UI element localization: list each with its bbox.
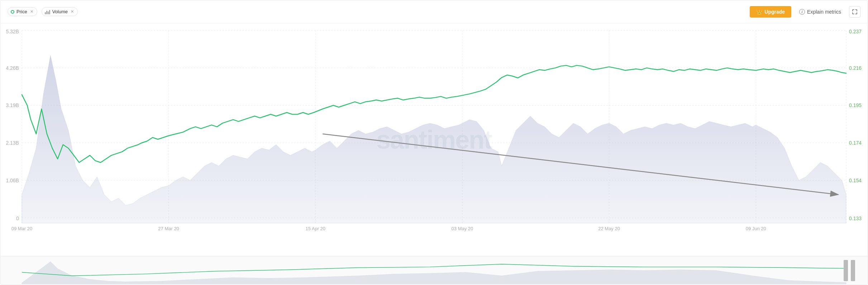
svg-text:15 Apr 20: 15 Apr 20 — [305, 226, 325, 231]
svg-rect-33 — [851, 260, 855, 281]
svg-text:22 May 20: 22 May 20 — [598, 226, 620, 231]
info-icon: i — [799, 9, 805, 15]
svg-text:0.216: 0.216 — [849, 65, 862, 71]
svg-text:4.26B: 4.26B — [6, 65, 19, 71]
svg-rect-32 — [844, 260, 848, 281]
price-metric-tag[interactable]: Price ✕ — [8, 7, 37, 16]
explain-label: Explain metrics — [807, 9, 841, 15]
svg-text:0.237: 0.237 — [849, 29, 862, 34]
toolbar-left: Price ✕ Volume ✕ — [8, 7, 78, 16]
svg-text:2.13B: 2.13B — [6, 140, 19, 146]
volume-metric-tag[interactable]: Volume ✕ — [42, 7, 78, 16]
price-dot-icon — [11, 10, 14, 14]
svg-text:5.32B: 5.32B — [6, 29, 19, 34]
price-close-icon[interactable]: ✕ — [30, 10, 33, 14]
svg-text:27 Mar 20: 27 Mar 20 — [158, 226, 179, 231]
svg-text:0.154: 0.154 — [849, 178, 862, 183]
volume-label: Volume — [52, 9, 68, 14]
explain-metrics-button[interactable]: i Explain metrics — [796, 7, 845, 17]
svg-text:09 Mar 20: 09 Mar 20 — [11, 226, 32, 231]
svg-text:09 Jun 20: 09 Jun 20 — [746, 226, 766, 231]
svg-text:0.195: 0.195 — [849, 102, 862, 108]
toolbar: Price ✕ Volume ✕ 👑 Upgrade i — [0, 0, 868, 23]
upgrade-label: Upgrade — [764, 9, 785, 15]
price-label: Price — [16, 9, 27, 14]
expand-button[interactable] — [849, 6, 860, 18]
volume-close-icon[interactable]: ✕ — [71, 10, 74, 14]
chart-area: santiment — [0, 23, 868, 256]
minimap[interactable] — [0, 256, 868, 285]
expand-icon — [852, 9, 857, 14]
svg-text:0.174: 0.174 — [849, 140, 862, 146]
svg-text:0.133: 0.133 — [849, 216, 862, 221]
volume-area — [22, 55, 846, 223]
upgrade-button[interactable]: 👑 Upgrade — [750, 6, 791, 18]
main-chart-svg: 5.32B 4.26B 3.19B 2.13B 1.06B 0 0.237 0.… — [0, 23, 868, 256]
chart-container: Price ✕ Volume ✕ 👑 Upgrade i — [0, 0, 868, 285]
volume-bar-icon — [45, 9, 50, 14]
minimap-svg — [0, 256, 868, 285]
svg-text:1.06B: 1.06B — [6, 178, 19, 183]
svg-text:03 May 20: 03 May 20 — [452, 226, 473, 231]
toolbar-right: 👑 Upgrade i Explain metrics — [750, 6, 860, 18]
svg-text:3.19B: 3.19B — [6, 102, 19, 108]
svg-text:0: 0 — [16, 216, 19, 221]
crown-icon: 👑 — [756, 9, 762, 15]
